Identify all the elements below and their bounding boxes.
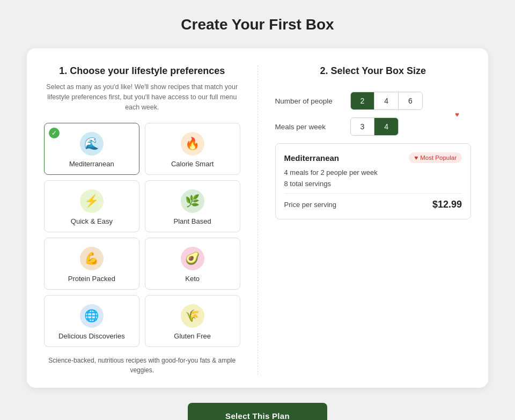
lifestyle-option-quick-easy[interactable]: ⚡Quick & Easy <box>44 180 139 232</box>
plant-based-icon: 🌿 <box>181 189 204 213</box>
lifestyle-option-plant-based[interactable]: 🌿Plant Based <box>145 180 240 232</box>
gluten-free-icon: 🌾 <box>181 304 204 328</box>
quick-easy-label: Quick & Easy <box>71 217 113 225</box>
keto-label: Keto <box>185 275 200 283</box>
badge-text: Most Popular <box>420 154 457 161</box>
lifestyle-option-protein-packed[interactable]: 💪Protein Packed <box>44 238 139 290</box>
lifestyle-option-gluten-free[interactable]: 🌾Gluten Free <box>145 295 240 347</box>
meals-row: ♥ Meals per week 34 <box>275 117 472 136</box>
lifestyle-option-keto[interactable]: 🥑Keto <box>145 238 240 290</box>
plan-card: Mediterranean ♥ Most Popular 4 meals for… <box>275 143 472 219</box>
protein-packed-icon: 💪 <box>80 247 104 270</box>
plan-name: Mediterranean <box>284 153 340 163</box>
lifestyle-option-delicious-discoveries[interactable]: 🌐Delicious Discoveries <box>44 295 139 347</box>
keto-icon: 🥑 <box>181 247 204 270</box>
people-option-4[interactable]: 4 <box>374 92 399 109</box>
calorie-smart-icon: 🔥 <box>181 132 204 156</box>
plan-divider <box>284 193 462 194</box>
meals-option-4[interactable]: 4 <box>374 118 398 135</box>
price-label: Price per serving <box>284 201 337 209</box>
people-btn-group[interactable]: 246 <box>350 92 423 110</box>
people-option-6[interactable]: 6 <box>399 92 422 109</box>
people-label: Number of people <box>275 97 345 105</box>
left-section-title: 1. Choose your lifestyle preferences <box>44 65 240 77</box>
lifestyle-option-calorie-smart[interactable]: 🔥Calorie Smart <box>145 123 240 175</box>
plant-based-label: Plant Based <box>174 217 211 225</box>
note-text: Science-backed, nutritious recipes with … <box>44 356 240 375</box>
check-badge: ✓ <box>49 128 60 138</box>
popular-badge: ♥ Most Popular <box>409 152 462 163</box>
meals-option-3[interactable]: 3 <box>351 118 375 135</box>
people-option-2[interactable]: 2 <box>351 92 375 109</box>
delicious-discoveries-icon: 🌐 <box>80 304 104 328</box>
meals-btn-group[interactable]: 34 <box>350 117 399 136</box>
page-title: Create Your First Box <box>181 16 334 33</box>
left-section-subtitle: Select as many as you'd like! We'll show… <box>44 82 240 112</box>
people-row: Number of people 246 <box>275 92 472 110</box>
left-panel: 1. Choose your lifestyle preferences Sel… <box>27 65 258 375</box>
right-panel: 2. Select Your Box Size Number of people… <box>258 65 489 375</box>
plan-detail-2: 8 total servings <box>284 180 462 188</box>
lifestyle-option-mediterranean[interactable]: ✓🌊Mediterranean <box>44 123 139 175</box>
heart-indicator-icon: ♥ <box>455 110 459 119</box>
mediterranean-label: Mediterranean <box>69 160 114 168</box>
delicious-discoveries-label: Delicious Discoveries <box>58 332 125 340</box>
mediterranean-icon: 🌊 <box>80 132 104 156</box>
plan-card-header: Mediterranean ♥ Most Popular <box>284 152 462 163</box>
gluten-free-label: Gluten Free <box>174 332 211 340</box>
calorie-smart-label: Calorie Smart <box>171 160 214 168</box>
quick-easy-icon: ⚡ <box>80 189 104 213</box>
plan-price-row: Price per serving $12.99 <box>284 199 462 210</box>
price-value: $12.99 <box>432 199 462 210</box>
main-card: 1. Choose your lifestyle preferences Sel… <box>27 48 488 388</box>
plan-detail-1: 4 meals for 2 people per week <box>284 168 462 176</box>
select-plan-button[interactable]: Select This Plan <box>188 403 327 420</box>
right-section-title: 2. Select Your Box Size <box>275 65 472 77</box>
meals-label: Meals per week <box>275 123 345 131</box>
protein-packed-label: Protein Packed <box>68 275 115 283</box>
heart-icon: ♥ <box>414 154 418 161</box>
lifestyle-grid: ✓🌊Mediterranean🔥Calorie Smart⚡Quick & Ea… <box>44 123 240 347</box>
